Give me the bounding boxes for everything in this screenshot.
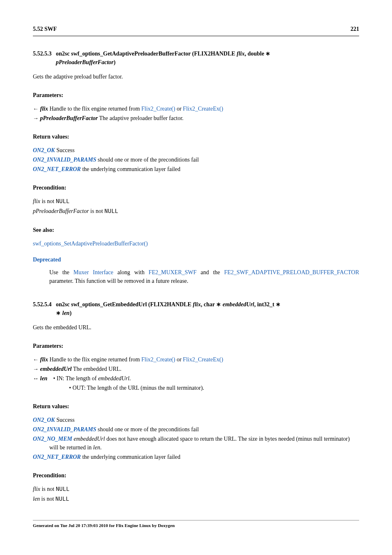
param-ppreloader: → pPreloaderBufferFactor The adaptive pr… <box>49 114 359 123</box>
sec1-desc: Gets the adaptive preload buffer factor. <box>33 72 359 81</box>
param-embeddedurl: → embeddedUrl The embedded URL. <box>49 365 359 373</box>
seealso-heading: See also: <box>33 226 359 234</box>
link-on2-net-error[interactable]: ON2_NET_ERROR <box>33 166 81 172</box>
precond-heading: Precondition: <box>33 471 359 480</box>
link-muxer-interface[interactable]: Muxer Interface <box>74 269 113 275</box>
link-flix2-create[interactable]: Flix2_Create() <box>141 106 175 112</box>
params-heading: Parameters: <box>33 91 359 99</box>
seealso-link-row: swf_options_SetAdaptivePreloaderBufferFa… <box>33 239 359 248</box>
link-flix2-createex[interactable]: Flix2_CreateEx() <box>183 356 223 363</box>
link-fe2-muxer-swf[interactable]: FE2_MUXER_SWF <box>149 269 197 275</box>
deprecated-text: Use the Muxer Interface along with FE2_M… <box>49 268 359 285</box>
rv-invalid: ON2_INVALID_PARAMS should one or more of… <box>49 425 359 434</box>
param-len-in: ↔ len • IN: The length of embeddedUrl. <box>56 374 359 383</box>
retval-heading: Return values: <box>33 402 359 411</box>
param-flix: ← flix Handle to the flix engine returne… <box>49 355 359 364</box>
link-flix2-createex[interactable]: Flix2_CreateEx() <box>183 106 223 112</box>
page-header: 5.52 SWF 221 <box>33 25 359 36</box>
link-on2-ok[interactable]: ON2_OK <box>33 417 55 423</box>
rv-invalid: ON2_INVALID_PARAMS should one or more of… <box>49 155 359 164</box>
rv-ok: ON2_OK Success <box>49 416 359 424</box>
sec2-heading: 5.52.5.4 on2sc swf_options_GetEmbeddedUr… <box>33 300 359 317</box>
link-swf-set-adaptive[interactable]: swf_options_SetAdaptivePreloaderBufferFa… <box>33 240 148 247</box>
precond-heading: Precondition: <box>33 183 359 192</box>
link-on2-ok[interactable]: ON2_OK <box>33 147 55 153</box>
page-footer: Generated on Tue Jul 20 17:39:03 2010 fo… <box>33 520 359 529</box>
link-fe2-swf-adaptive[interactable]: FE2_SWF_ADAPTIVE_PRELOAD_BUFFER_FACTOR <box>224 269 359 275</box>
pre-ppreloader: pPreloaderBufferFactor is not NULL <box>33 207 359 216</box>
rv-nomem: ON2_NO_MEM embeddedUrl does not have eno… <box>49 435 359 452</box>
param-len-out: • OUT: The length of the URL (minus the … <box>69 384 359 392</box>
pre-flix: flix is not NULL <box>33 197 359 206</box>
sec2-desc: Gets the embedded URL. <box>33 323 359 332</box>
link-flix2-create[interactable]: Flix2_Create() <box>141 356 175 363</box>
link-on2-invalid-params[interactable]: ON2_INVALID_PARAMS <box>33 426 96 432</box>
deprecated-heading[interactable]: Deprecated <box>33 257 61 263</box>
link-on2-no-mem[interactable]: ON2_NO_MEM <box>33 436 72 442</box>
rv-ok: ON2_OK Success <box>49 146 359 155</box>
pre-len: len is not NULL <box>33 495 359 504</box>
header-left: 5.52 SWF <box>33 25 57 33</box>
link-on2-net-error[interactable]: ON2_NET_ERROR <box>33 454 81 460</box>
params-heading: Parameters: <box>33 342 359 350</box>
retval-heading: Return values: <box>33 132 359 141</box>
header-page: 221 <box>350 25 359 33</box>
sec1-heading: 5.52.5.3 on2sc swf_options_GetAdaptivePr… <box>33 49 359 67</box>
pre-flix: flix is not NULL <box>33 485 359 494</box>
link-on2-invalid-params[interactable]: ON2_INVALID_PARAMS <box>33 157 96 163</box>
rv-net: ON2_NET_ERROR the underlying communicati… <box>49 165 359 173</box>
rv-net: ON2_NET_ERROR the underlying communicati… <box>49 453 359 461</box>
param-flix: ← flix Handle to the flix engine returne… <box>49 104 359 113</box>
